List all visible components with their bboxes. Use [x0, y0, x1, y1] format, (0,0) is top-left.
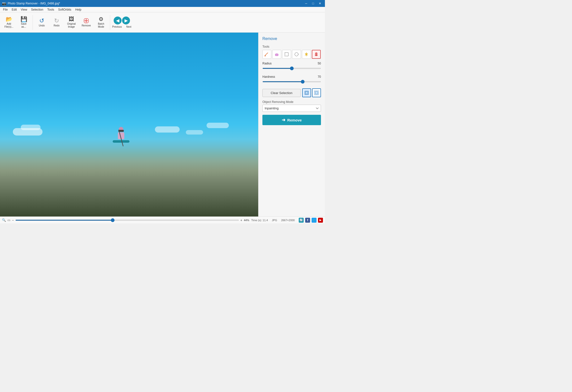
tool-stamp[interactable]	[312, 50, 321, 59]
cloud-4	[186, 130, 203, 135]
sel-icons	[302, 88, 321, 97]
time-label: Time (s): 11.4	[251, 219, 268, 222]
social-icon-1[interactable]: 🔄	[299, 218, 304, 223]
mode-select-wrapper: Inpainting Content-Aware Fill AI Mode	[262, 105, 321, 112]
frame-icon: ▭	[7, 218, 10, 222]
panel-title: Remove	[262, 37, 321, 41]
format-label: JPG	[272, 219, 277, 222]
remove-toolbar-label: Remove	[82, 24, 91, 27]
remove-button[interactable]: ➜ Remove	[262, 115, 321, 125]
menu-file[interactable]: File	[1, 7, 10, 12]
svg-rect-9	[315, 92, 318, 94]
zoom-indicator-icon: 🔍	[2, 218, 6, 222]
image-canvas[interactable]	[0, 33, 258, 216]
remove-toolbar-button[interactable]: Remove	[79, 14, 93, 31]
toolbar: 📂 AddFile(s)... 💾 Saveas... ↺ Undo ↻ Red…	[0, 12, 325, 33]
undo-button[interactable]: ↺ Undo	[35, 14, 49, 31]
radius-slider[interactable]	[262, 68, 321, 69]
subject-person	[114, 127, 128, 147]
tool-brush[interactable]	[262, 50, 271, 59]
tool-rect[interactable]	[282, 50, 291, 59]
cloud-5	[207, 123, 229, 128]
add-files-label: AddFile(s)...	[4, 22, 13, 28]
mode-dropdown[interactable]: Inpainting Content-Aware Fill AI Mode	[262, 105, 321, 112]
dimensions-label: 2667×2000	[281, 219, 295, 222]
batch-mode-label: BatchMode	[98, 22, 104, 28]
statusbar: 🔍 ▭ − + 44% Time (s): 11.4 JPG 2667×2000…	[0, 216, 325, 223]
maximize-button[interactable]: □	[310, 1, 316, 6]
hardness-label: Hardness	[262, 75, 275, 78]
undo-icon: ↺	[39, 18, 44, 24]
menu-view[interactable]: View	[19, 7, 29, 12]
original-image-icon: 🖼	[69, 17, 74, 22]
cloud-2	[21, 125, 41, 130]
tools-section: Tools	[262, 45, 321, 59]
menubar: File Edit View Selection Tools SoftOrbit…	[0, 7, 325, 12]
cloud-3	[155, 126, 180, 133]
add-files-button[interactable]: 📂 AddFile(s)...	[2, 14, 16, 31]
clear-selection-button[interactable]: Clear Selection	[262, 89, 301, 97]
hardness-slider[interactable]	[262, 81, 321, 82]
toolbar-sep-2	[110, 15, 110, 30]
nav-group: ◀ ▶ Previous Next	[112, 17, 131, 28]
tools-label: Tools	[262, 45, 321, 48]
menu-selection[interactable]: Selection	[29, 7, 45, 12]
remove-toolbar-icon	[83, 18, 89, 24]
status-left: 🔍 ▭ − + 44%	[2, 218, 249, 222]
svg-rect-2	[285, 53, 288, 56]
svg-point-4	[315, 52, 318, 55]
zoom-minus-button[interactable]: −	[12, 218, 14, 222]
svg-point-3	[295, 53, 298, 56]
tool-magic-wand[interactable]	[302, 50, 311, 59]
hardness-section: Hardness 70	[262, 75, 321, 83]
close-button[interactable]: ✕	[317, 1, 323, 6]
remove-arrow-icon: ➜	[282, 117, 285, 123]
titlebar: 📷 Photo Stamp Remover - IMG_0486.jpg* ─ …	[0, 0, 325, 7]
radius-label: Radius	[262, 62, 272, 65]
tool-lasso[interactable]	[292, 50, 301, 59]
next-label: Next	[126, 25, 131, 28]
zoom-plus-button[interactable]: +	[240, 218, 242, 222]
social-icon-facebook[interactable]: f	[305, 218, 310, 223]
mode-section: Object Removing Mode Inpainting Content-…	[262, 100, 321, 112]
status-right: Time (s): 11.4 JPG 2667×2000 🔄 f 🐦 ▶	[251, 218, 323, 223]
original-image-button[interactable]: 🖼 OriginalImage	[64, 14, 78, 31]
menu-edit[interactable]: Edit	[10, 7, 19, 12]
previous-button[interactable]: ◀	[114, 17, 122, 24]
window-title: Photo Stamp Remover - IMG_0486.jpg*	[8, 2, 303, 5]
tool-eraser[interactable]	[272, 50, 281, 59]
svg-rect-1	[275, 54, 278, 56]
social-icon-twitter[interactable]: 🐦	[312, 218, 317, 223]
canvas-area[interactable]	[0, 33, 258, 216]
next-button[interactable]: ▶	[122, 17, 130, 24]
original-image-label: OriginalImage	[67, 22, 76, 28]
batch-mode-button[interactable]: ⚙ BatchMode	[94, 14, 108, 31]
social-icon-youtube[interactable]: ▶	[318, 218, 323, 223]
batch-mode-icon: ⚙	[99, 17, 104, 22]
menu-help[interactable]: Help	[73, 7, 84, 12]
menu-tools[interactable]: Tools	[45, 7, 56, 12]
social-icons: 🔄 f 🐦 ▶	[299, 218, 323, 223]
person-hat	[118, 130, 124, 132]
undo-label: Undo	[39, 24, 45, 27]
zoom-slider[interactable]	[15, 220, 239, 221]
hardness-value: 70	[318, 75, 321, 78]
remove-button-label: Remove	[287, 118, 302, 122]
menu-softorbits[interactable]: SoftOrbits	[56, 7, 73, 12]
clear-selection-row: Clear Selection	[262, 88, 321, 97]
sel-shrink-button[interactable]	[302, 88, 311, 97]
minimize-button[interactable]: ─	[303, 1, 309, 6]
save-as-button[interactable]: 💾 Saveas...	[17, 14, 31, 31]
toolbar-sep-1	[33, 15, 33, 30]
svg-point-0	[264, 55, 266, 57]
sel-expand-button[interactable]	[312, 88, 321, 97]
tools-grid	[262, 50, 321, 59]
redo-label: Redo	[54, 24, 60, 27]
radius-value: 50	[318, 62, 321, 65]
radius-section: Radius 50	[262, 62, 321, 70]
main-area: Remove Tools	[0, 33, 325, 216]
app-icon: 📷	[2, 1, 6, 5]
save-as-label: Saveas...	[21, 22, 27, 28]
svg-rect-7	[306, 92, 308, 94]
redo-button[interactable]: ↻ Redo	[50, 14, 64, 31]
